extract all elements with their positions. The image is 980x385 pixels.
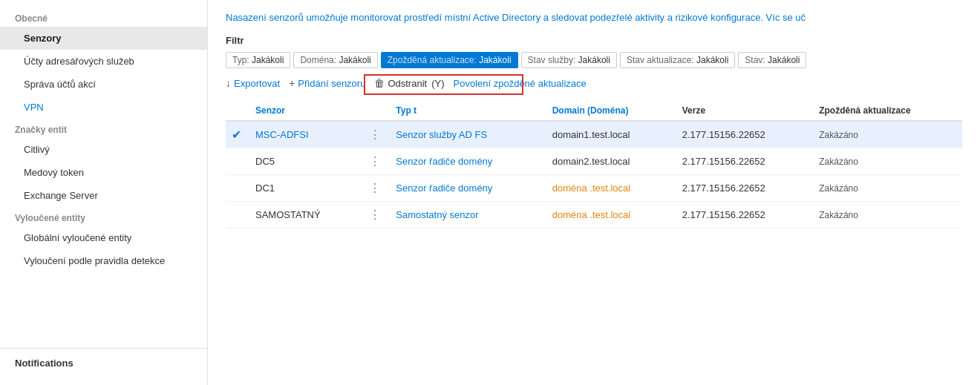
sidebar-item-vpn[interactable]: VPN [0,96,207,119]
export-button[interactable]: ↓ Exportovat [226,77,280,89]
check-icon: ✔ [232,128,241,141]
row-menu-dots[interactable]: ⋮ [360,121,390,148]
add-label: Přidání senzoru [298,78,365,89]
dots-icon[interactable]: ⋮ [366,128,384,141]
filter-domena[interactable]: Doména: Jakákoli [293,52,377,68]
sensor-version-cell: 2.177.15156.22652 [676,121,813,148]
sidebar-item-citlivy[interactable]: Citlivý [0,138,207,161]
sensor-type-cell: Senzor řadiče domény [390,148,546,175]
filter-stav-sluzby[interactable]: Stav služby: Jakákoli [521,52,617,68]
sensor-table: Senzor Typ t Domain (Doména) Verze Zpožd… [226,101,962,228]
sensor-name-cell: SAMOSTATNÝ [249,202,360,228]
row-check [226,175,249,202]
row-check [226,148,249,175]
sidebar-item-sprava[interactable]: Správa účtů akcí [0,73,207,96]
sensor-type-cell: Senzor řadiče domény [390,175,546,202]
sidebar: Obecné Senzory Účty adresářových služeb … [0,0,208,385]
filter-zpozd-value: Jakákoli [479,55,511,65]
row-menu-dots[interactable]: ⋮ [360,175,390,202]
sensor-delayed-cell: Zakázáno [813,121,962,148]
main-content: Nasazení senzorů umožňuje monitorovat pr… [208,0,980,385]
remove-label: Odstranit [388,78,427,89]
sensor-version-cell: 2.177.15156.22652 [676,175,813,202]
info-text[interactable]: Nasazení senzorů umožňuje monitorovat pr… [226,12,962,23]
filter-typ-value: Jakákoli [252,55,284,65]
sensor-domain-cell: domain1.test.local [546,121,676,148]
sensor-table-container: Senzor Typ t Domain (Doména) Verze Zpožd… [226,101,962,228]
filter-typ-key: Typ: [232,55,252,65]
col-delayed[interactable]: Zpožděná aktualizace [813,101,962,121]
filter-zpozd-key: Zpožděná aktualizace: [388,55,479,65]
sensor-type-link[interactable]: Senzor řadiče domény [396,182,492,194]
sensor-domain-cell: doména .test.local [546,202,676,228]
dots-icon[interactable]: ⋮ [366,208,384,221]
col-domain[interactable]: Domain (Doména) [546,101,676,121]
remove-button[interactable]: 🗑 Odstranit (Y) [374,77,444,89]
col-sensor[interactable]: Senzor [249,101,360,121]
domain-warning-text: doména .test.local [552,182,631,194]
table-row[interactable]: ✔MSC-ADFSI⋮Senzor služby AD FSdomain1.te… [226,121,962,148]
filter-stav-aktualizace[interactable]: Stav aktualizace: Jakákoli [620,52,735,68]
remove-count: (Y) [431,78,444,89]
sidebar-item-ucty[interactable]: Účty adresářových služeb [0,50,207,73]
toolbar: ↓ Exportovat + Přidání senzoru 🗑 Odstran… [226,77,962,89]
filter-zpozd[interactable]: Zpožděná aktualizace: Jakákoli [381,52,518,68]
filter-stav-sluzby-value: Jakákoli [578,55,610,65]
sensor-version-cell: 2.177.15156.22652 [676,202,813,228]
col-menu [360,101,390,121]
delayed-badge: Zakázáno [819,157,858,167]
col-verze[interactable]: Verze [676,101,813,121]
sensor-delayed-cell: Zakázáno [813,175,962,202]
table-row[interactable]: DC1⋮Senzor řadiče doménydoména .test.loc… [226,175,962,202]
sensor-name-link[interactable]: MSC-ADFSI [255,129,309,140]
add-icon: + [289,77,295,89]
row-menu-dots[interactable]: ⋮ [360,202,390,228]
allow-label: Povolení zpožděné aktualizace [454,78,587,89]
sidebar-item-pravidla[interactable]: Vyloučení podle pravidla detekce [0,249,207,272]
notifications-label[interactable]: Notifications [0,348,207,378]
download-icon: ↓ [226,77,231,89]
allow-delayed-button[interactable]: Povolení zpožděné aktualizace [454,78,587,89]
filter-bar: Typ: Jakákoli Doména: Jakákoli Zpožděná … [226,52,962,68]
sensor-type-link[interactable]: Senzor služby AD FS [396,129,487,140]
filter-label: Filtr [226,35,962,46]
sidebar-item-exchange[interactable]: Exchange Server [0,184,207,207]
sidebar-item-globalni[interactable]: Globální vyloučené entity [0,226,207,249]
vyloucene-section-label: Vyloučené entity [0,207,207,226]
row-menu-dots[interactable]: ⋮ [360,148,390,175]
filter-domena-value: Jakákoli [339,55,370,65]
sidebar-item-senzory[interactable]: Senzory [0,27,207,50]
filter-typ[interactable]: Typ: Jakákoli [226,52,290,68]
filter-stav-key: Stav: [745,55,768,65]
sensor-type-link[interactable]: Samostatný senzor [396,209,478,220]
filter-stav-aktualizace-key: Stav aktualizace: [627,55,696,65]
sensor-type-cell: Senzor služby AD FS [390,121,546,148]
dots-icon[interactable]: ⋮ [366,155,384,168]
sidebar-item-medovy[interactable]: Medový token [0,161,207,184]
sensor-name-cell: MSC-ADFSI [249,121,360,148]
delayed-badge: Zakázáno [819,183,858,194]
table-row[interactable]: SAMOSTATNÝ⋮Samostatný senzordoména .test… [226,202,962,228]
delayed-badge: Zakázáno [819,130,858,140]
filter-stav[interactable]: Stav: Jakákoli [738,52,806,68]
row-check: ✔ [226,121,249,148]
table-row[interactable]: DC5⋮Senzor řadiče doménydomain2.test.loc… [226,148,962,175]
trash-icon: 🗑 [374,77,385,89]
table-header-row: Senzor Typ t Domain (Doména) Verze Zpožd… [226,101,962,121]
row-check [226,202,249,228]
sensor-name-cell: DC5 [249,148,360,175]
dots-icon[interactable]: ⋮ [366,182,384,194]
filter-stav-aktualizace-value: Jakákoli [696,55,728,65]
sensor-delayed-cell: Zakázáno [813,202,962,228]
delayed-badge: Zakázáno [819,210,858,220]
obecne-section-label: Obecné [0,7,207,27]
sensor-type-cell: Samostatný senzor [390,202,546,228]
filter-stav-sluzby-key: Stav služby: [528,55,578,65]
sensor-domain-cell: domain2.test.local [546,148,676,175]
sensor-version-cell: 2.177.15156.22652 [676,148,813,175]
sensor-type-link[interactable]: Senzor řadiče domény [396,156,492,167]
znacky-section-label: Značky entit [0,119,207,138]
sensor-delayed-cell: Zakázáno [813,148,962,175]
add-sensor-button[interactable]: + Přidání senzoru [289,77,365,89]
col-typ[interactable]: Typ t [390,101,546,121]
